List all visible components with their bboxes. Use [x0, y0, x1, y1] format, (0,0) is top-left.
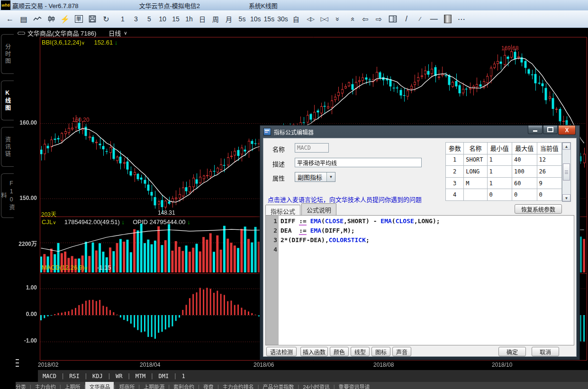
forum-link[interactable]: 点击进入麦语言论坛，向文华技术人员提问你遇到的问题 — [268, 195, 422, 204]
market-tab-24小时资讯[interactable]: 24小时资讯 — [299, 382, 333, 389]
indicator-tab-MACD[interactable]: MACD — [38, 373, 61, 380]
indicator-tab-1[interactable]: 1 — [177, 373, 190, 380]
param-value-cell[interactable]: 0 — [512, 189, 537, 201]
param-value-cell[interactable]: 0 — [537, 189, 561, 201]
code-line[interactable]: DIFF := EMA(CLOSE,SHORT) - EMA(CLOSE,LON… — [280, 217, 574, 226]
caret-down-icon[interactable]: ∨ — [84, 265, 88, 271]
cancel-button[interactable]: 取消 — [532, 347, 559, 356]
code-line[interactable] — [280, 245, 574, 254]
bbi-indicator-label[interactable]: BBI(3,6,12,24) — [42, 39, 81, 46]
period-button-5[interactable]: 5 — [144, 13, 154, 25]
dialog-button-插入函数[interactable]: 插入函数 — [300, 347, 328, 356]
param-value-cell[interactable]: 1 — [487, 154, 512, 166]
condition-order-icon[interactable]: ⚡ — [59, 13, 71, 25]
scroll-up-icon[interactable]: ▲ — [562, 143, 570, 150]
param-value-cell[interactable]: 100 — [512, 166, 537, 178]
page-down-icon[interactable]: » — [332, 13, 344, 25]
indicator-tab-MTM[interactable]: MTM — [131, 373, 151, 380]
period-button-30s[interactable]: 30s — [277, 13, 288, 25]
sidebar-tab-K线图[interactable]: K线图 — [1, 81, 14, 120]
market-tab-重要资讯导读[interactable]: 重要资讯导读 — [335, 382, 374, 389]
ok-button[interactable]: 确定 — [498, 347, 526, 356]
dialog-button-颜色[interactable]: 颜色 — [330, 347, 349, 356]
sidebar-tab-分时图[interactable]: 分时图 — [1, 34, 14, 74]
contract-name-label[interactable]: 文华商品(文华商品 7186) — [27, 28, 96, 37]
param-value-cell[interactable]: SHORT — [464, 154, 487, 166]
compress-bars-icon[interactable]: ▷◁ — [318, 13, 330, 25]
param-value-cell[interactable] — [464, 189, 487, 201]
parameter-table-scrollbar[interactable]: ▲ ▼ — [562, 142, 571, 202]
close-button[interactable]: X — [558, 126, 576, 135]
scrollbar-thumb[interactable] — [563, 163, 570, 181]
more-tools-icon[interactable]: ⋯ — [455, 13, 468, 25]
indicator-tab-DMI[interactable]: DMI — [154, 373, 174, 380]
market-tab-夜盘[interactable]: 夜盘 — [199, 382, 217, 389]
market-tab-主力合约[interactable]: 主力合约 — [31, 382, 60, 389]
code-line[interactable]: DEA := EMA(DIFF,M); — [280, 226, 574, 235]
editor-tab-指标公式[interactable]: 指标公式 — [265, 205, 300, 216]
period-button-1[interactable]: 1 — [118, 13, 128, 25]
market-tab-产品分类指数[interactable]: 产品分类指数 — [259, 382, 298, 389]
code-line[interactable]: 2*(DIFF-DEA),COLORSTICK; — [280, 235, 574, 245]
period-button-自[interactable]: 自 — [291, 13, 301, 25]
market-tab-文华商品[interactable]: 文华商品 — [85, 382, 114, 389]
indicator-tab-KDJ[interactable]: KDJ — [88, 373, 108, 380]
macd-indicator-label[interactable]: MACD(12,26,9) — [42, 264, 84, 271]
param-value-cell[interactable]: 1 — [487, 166, 512, 178]
back-icon[interactable]: ← — [4, 13, 16, 25]
candlestick-icon[interactable] — [45, 13, 57, 25]
param-value-cell[interactable]: 12 — [537, 154, 561, 166]
param-value-cell[interactable]: 1 — [487, 177, 512, 189]
period-button-3[interactable]: 3 — [131, 13, 141, 25]
period-button-15[interactable]: 15 — [171, 13, 181, 25]
market-tab-套利合约[interactable]: 套利合约 — [170, 382, 198, 389]
scroll-right-icon[interactable]: ⇨ — [373, 13, 385, 25]
dialog-button-线型[interactable]: 线型 — [351, 347, 370, 356]
period-button-10[interactable]: 10 — [157, 13, 168, 25]
layout-grid-icon[interactable] — [387, 13, 399, 25]
name-input[interactable] — [295, 143, 329, 153]
expand-bars-icon[interactable]: ◁▷ — [304, 13, 317, 25]
order-panel-icon[interactable]: 単 — [72, 13, 85, 25]
param-value-cell[interactable]: 60 — [512, 177, 537, 189]
refresh-icon[interactable]: ↻ — [100, 13, 112, 25]
param-value-cell[interactable]: LONG — [464, 166, 487, 178]
dialog-button-声音[interactable]: 声音 — [392, 347, 411, 356]
period-selector[interactable]: 日线 — [109, 28, 121, 37]
horizontal-line-tool-icon[interactable]: — — [428, 13, 440, 25]
restore-defaults-button[interactable]: 恢复系统参数 — [515, 204, 562, 214]
period-button-月[interactable]: 月 — [224, 13, 234, 25]
cjl-indicator-label[interactable]: CJL — [42, 218, 53, 226]
market-tab-上期所[interactable]: 上期所 — [61, 382, 84, 389]
scroll-down-icon[interactable]: ▼ — [562, 194, 570, 201]
attribute-dropdown[interactable]: 副图指标 ▼ — [295, 172, 335, 182]
market-tab-郑商所[interactable]: 郑商所 — [115, 382, 138, 389]
editor-tab-公式说明[interactable]: 公式说明 — [301, 203, 336, 215]
market-tab-主力合约排名[interactable]: 主力合约排名 — [219, 382, 258, 389]
period-button-5s[interactable]: 5s — [237, 13, 247, 25]
indicator-tab-WR[interactable]: WR — [111, 373, 127, 380]
period-button-10s[interactable]: 10s — [250, 13, 261, 25]
formula-code-editor[interactable]: 1234 DIFF := EMA(CLOSE,SHORT) - EMA(CLOS… — [265, 215, 574, 345]
dialog-button-语法检测[interactable]: 语法检测 — [266, 347, 297, 356]
gradient-style-icon[interactable] — [442, 13, 454, 25]
maximize-button[interactable] — [543, 126, 558, 134]
param-value-cell[interactable]: 26 — [537, 166, 561, 178]
indicator-tab-RSI[interactable]: RSI — [64, 373, 84, 380]
period-button-1h[interactable]: 1h — [184, 13, 194, 25]
code-area[interactable]: DIFF := EMA(CLOSE,SHORT) - EMA(CLOSE,LON… — [279, 216, 574, 345]
report-icon[interactable]: ▤ — [18, 13, 30, 25]
period-button-15s[interactable]: 15s — [264, 13, 275, 25]
market-tab-上期能源[interactable]: 上期能源 — [140, 382, 168, 389]
save-icon[interactable] — [86, 13, 99, 25]
sidebar-tab-资讯链[interactable]: 资讯链 — [1, 127, 14, 167]
sidebar-tab-F10资料[interactable]: F10资料 — [1, 173, 14, 218]
caret-down-icon[interactable]: ∨ — [81, 40, 85, 45]
line-chart-icon[interactable] — [31, 13, 44, 25]
description-input[interactable] — [295, 158, 422, 167]
period-button-日[interactable]: 日 — [197, 13, 208, 25]
page-up-icon[interactable]: » — [345, 13, 358, 25]
param-value-cell[interactable]: 40 — [512, 154, 537, 166]
caret-down-icon[interactable]: ∨ — [53, 220, 56, 225]
param-value-cell[interactable]: M — [464, 177, 487, 189]
